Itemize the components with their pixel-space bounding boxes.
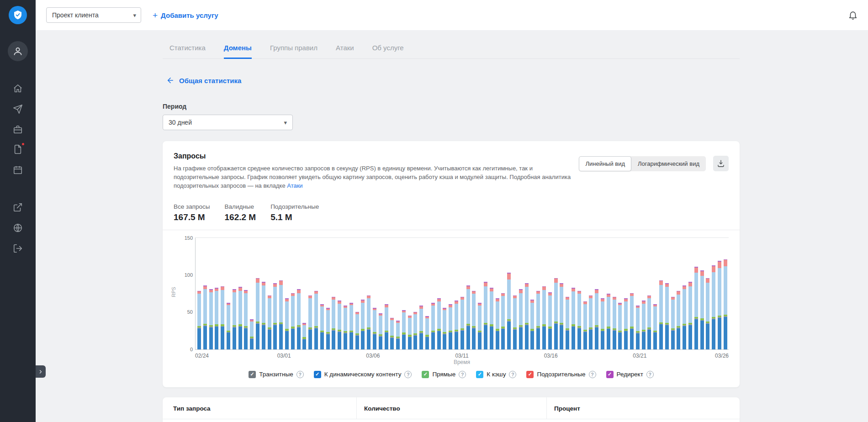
bar-segment — [250, 339, 254, 349]
period-select[interactable]: 30 дней ▾ — [163, 115, 293, 130]
home-icon[interactable] — [12, 83, 23, 94]
chart-bar — [425, 316, 429, 349]
help-icon[interactable]: ? — [589, 371, 596, 378]
project-select[interactable]: Проект клиента ▾ — [46, 7, 141, 23]
chart-bar — [513, 295, 517, 349]
legend-checkbox[interactable]: ✓ — [422, 371, 429, 378]
bar-segment — [262, 285, 265, 323]
bar-segment — [326, 334, 330, 349]
period-label: Период — [163, 103, 740, 110]
legend-checkbox[interactable]: ✓ — [249, 371, 256, 378]
legend-checkbox[interactable]: ✓ — [314, 371, 321, 378]
bar-segment — [601, 301, 604, 329]
linear-view-button[interactable]: Линейный вид — [579, 156, 631, 171]
chart-bar — [677, 291, 680, 349]
tab-Домены[interactable]: Домены — [224, 44, 252, 59]
back-to-general-stats-link[interactable]: Общая статистика — [166, 76, 241, 84]
bar-segment — [536, 328, 540, 349]
bar-segment — [624, 301, 628, 329]
legend-checkbox[interactable]: ✓ — [476, 371, 483, 378]
chart-bar — [472, 291, 476, 349]
chart-bar — [314, 291, 318, 349]
logarithmic-view-button[interactable]: Логарифмический вид — [631, 156, 706, 171]
chart-bar — [724, 259, 727, 349]
chart-bar — [215, 288, 218, 349]
chart-bar — [653, 304, 657, 349]
chart-bar — [618, 303, 622, 349]
tab-Группы правил[interactable]: Группы правил — [270, 44, 318, 59]
table-header-row: Тип запросаКоличествоПроцент — [163, 397, 740, 419]
bar-segment — [607, 297, 610, 327]
chart-bar — [607, 294, 610, 349]
legend-item: ✓Прямые? — [422, 371, 466, 378]
tab-Статистика[interactable]: Статистика — [169, 44, 206, 59]
legend-checkbox[interactable]: ✓ — [606, 371, 614, 378]
chart-bar — [519, 289, 523, 349]
legend-label: К динамическому контенту — [324, 371, 402, 378]
bar-segment — [291, 296, 295, 327]
legend-label: Транзитные — [259, 371, 293, 378]
bar-segment — [466, 289, 470, 323]
bar-segment — [525, 325, 529, 349]
legend-item: ✓Подозрительные? — [526, 371, 596, 378]
bar-segment — [262, 325, 265, 349]
bar-segment — [373, 334, 376, 349]
help-icon[interactable]: ? — [404, 371, 412, 378]
chart-bar — [636, 306, 640, 349]
user-avatar[interactable] — [8, 41, 28, 61]
chart-bar — [291, 293, 295, 349]
tab-Атаки[interactable]: Атаки — [336, 44, 354, 59]
chart-bar — [320, 304, 324, 349]
bar-segment — [624, 331, 628, 349]
bar-segment — [613, 300, 616, 328]
bar-segment — [484, 286, 487, 323]
x-tick: 02/24 — [195, 353, 209, 359]
add-service-button[interactable]: + Добавить услугу — [153, 11, 218, 20]
bar-segment — [642, 332, 646, 349]
chart-bar — [683, 285, 686, 349]
chart-bar — [671, 297, 675, 349]
bar-segment — [706, 324, 709, 349]
bar-segment — [332, 300, 335, 328]
services-case-icon[interactable] — [12, 124, 23, 135]
notifications-bell-icon[interactable] — [848, 10, 858, 20]
help-icon[interactable]: ? — [646, 371, 654, 378]
globe-icon[interactable] — [12, 222, 23, 233]
attacks-link[interactable]: Атаки — [287, 182, 302, 189]
table-row[interactable] — [163, 419, 740, 422]
legend-item: ✓К кэшу? — [476, 371, 516, 378]
bar-segment — [314, 328, 318, 349]
help-icon[interactable]: ? — [509, 371, 516, 378]
app-logo-shield-icon[interactable] — [9, 6, 27, 24]
chart-bar — [361, 300, 365, 349]
main-content: СтатистикаДоменыГруппы правилАтакиОб усл… — [163, 30, 740, 422]
sidebar-expand-button[interactable] — [36, 365, 46, 378]
help-icon[interactable]: ? — [296, 371, 304, 378]
arrow-left-icon — [166, 76, 175, 84]
bar-segment — [449, 332, 452, 349]
calendar-icon[interactable] — [12, 164, 23, 175]
bar-segment — [197, 294, 201, 326]
table-header-cell: Количество — [357, 397, 547, 419]
bar-segment — [671, 331, 675, 349]
external-link-icon[interactable] — [12, 202, 23, 213]
chart-bar — [484, 282, 487, 349]
bar-segment — [425, 337, 429, 349]
help-icon[interactable]: ? — [459, 371, 466, 378]
logout-icon[interactable] — [12, 243, 23, 254]
bar-segment — [279, 281, 283, 285]
bar-segment — [665, 325, 669, 349]
bar-segment — [683, 326, 686, 349]
bar-segment — [367, 298, 370, 327]
bar-segment — [349, 305, 353, 331]
documents-file-icon[interactable] — [12, 144, 23, 155]
bar-segment — [349, 332, 353, 349]
chart-bar — [601, 298, 604, 349]
chart-bar — [700, 270, 704, 349]
bar-segment — [338, 304, 341, 330]
send-icon[interactable] — [12, 104, 23, 115]
tab-Об услуге[interactable]: Об услуге — [372, 44, 404, 59]
download-chart-button[interactable] — [713, 156, 729, 171]
bar-segment — [425, 318, 429, 335]
legend-checkbox[interactable]: ✓ — [526, 371, 534, 378]
